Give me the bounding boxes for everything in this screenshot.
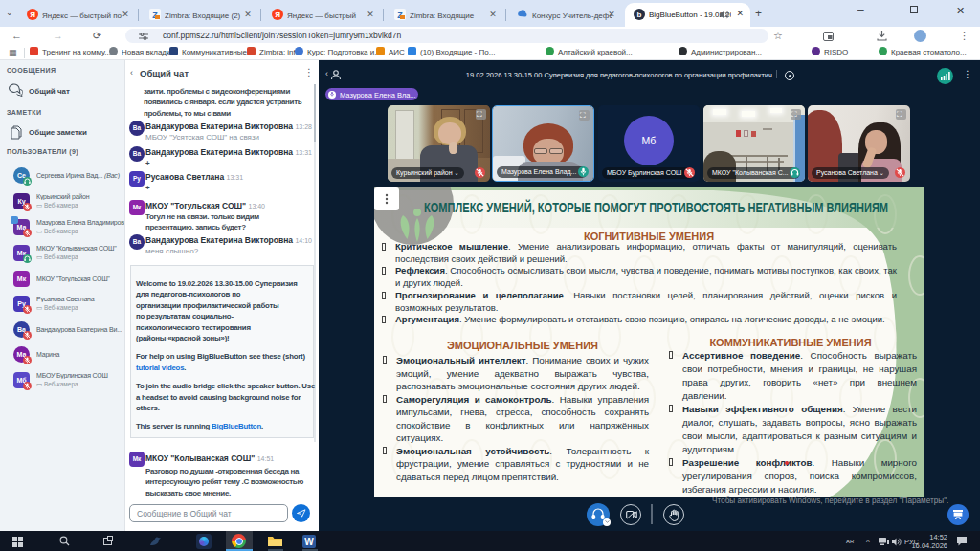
svg-text:b: b [637, 11, 642, 19]
svg-text:Я: Я [275, 11, 280, 19]
svg-text:Я: Я [30, 11, 35, 19]
svg-text:W: W [304, 537, 314, 547]
